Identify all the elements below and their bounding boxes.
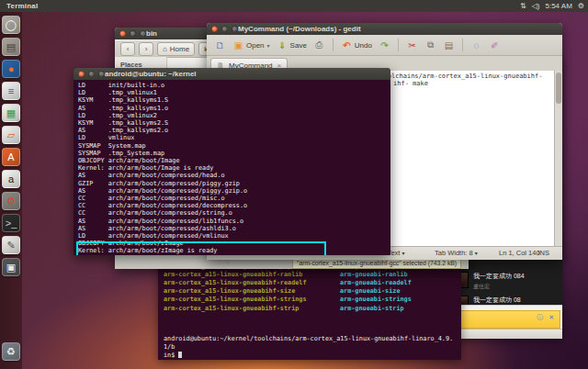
terminal-output[interactable]: LD init/built-in.oLD .tmp_vmlinux1KSYM .… — [74, 80, 390, 255]
text-cursor — [178, 352, 182, 358]
terminal-icon[interactable]: >_ — [2, 214, 20, 232]
maximize-button[interactable] — [98, 71, 105, 77]
open-button[interactable]: ▣ Open ▾ — [232, 39, 270, 51]
terminal-line: arm-cortex_a15-linux-gnueabihf-striparm-… — [158, 305, 461, 313]
files-icon[interactable]: ▤ — [2, 38, 20, 56]
gedit-toolbar: 🗋 ▣ Open ▾ ⇓ Save ⎙ ↶ Undo ↷ ✂ ⧉ ▤ ◌ ✐ — [207, 35, 562, 56]
terminal-line: LD arch/arm/boot/compressed/vmlinux — [74, 232, 390, 240]
terminal-line: arm-cortex_a15-linux-gnueabihf-sizearm-g… — [158, 287, 461, 296]
maximize-button[interactable] — [140, 30, 146, 37]
session-gear-icon[interactable]: ⚙ — [578, 2, 584, 10]
firefox-icon[interactable]: ● — [2, 60, 20, 78]
window-title: android@ubuntu: ~/kernel — [105, 70, 197, 78]
terminal-line: CC arch/arm/boot/compressed/string.o — [74, 209, 390, 217]
terminal-line: AS .tmp_kallsyms1.o — [74, 105, 390, 112]
text-line-fragment: ihf- make — [393, 80, 428, 87]
back-button[interactable]: ‹ — [120, 42, 135, 56]
terminal-line: AS arch/arm/boot/compressed/ashldi3.o — [74, 225, 390, 232]
open-folder-icon: ▣ — [232, 39, 244, 51]
paste-icon[interactable]: ▤ — [443, 39, 455, 51]
gedit-titlebar[interactable]: MyCommand (~/Downloads) - gedit — [207, 23, 562, 35]
ad-info-icon[interactable]: ⓘ — [537, 314, 545, 320]
cut-icon[interactable]: ✂ — [406, 39, 418, 51]
close-button[interactable] — [211, 26, 218, 32]
terminal-line: LD .tmp_vmlinux2 — [74, 112, 390, 119]
copy-icon[interactable]: ⧉ — [424, 39, 436, 51]
minimize-button[interactable] — [88, 71, 95, 77]
trash-icon[interactable]: ♻ — [2, 342, 20, 361]
scrollbar[interactable] — [554, 71, 562, 247]
terminal-line: SYSMAP System.map — [74, 142, 390, 150]
top-panel: Terminal ⇅ ◁) 5:54 AM ⚙ — [0, 0, 588, 12]
terminal-line: CC arch/arm/boot/compressed/misc.o — [74, 195, 390, 202]
dash-home-icon[interactable]: ◯ — [2, 16, 20, 34]
terminal-line: KSYM .tmp_kallsyms2.S — [74, 119, 390, 127]
libreoffice-impress-icon[interactable]: ▱ — [2, 126, 20, 144]
terminal-line: OBJCOPY arch/arm/boot/Image — [74, 157, 390, 164]
maximize-button[interactable] — [232, 26, 238, 32]
unity-launcher: ◯▤●≡▦▱Aa⚙>_✎▣♻ — [0, 12, 22, 369]
video-title[interactable]: 我一定要成功 084 — [473, 272, 525, 281]
window-title: MyCommand (~/Downloads) - gedit — [238, 25, 361, 33]
software-center-icon[interactable]: A — [2, 148, 20, 166]
terminal-line: AS .tmp_kallsyms2.o — [74, 127, 390, 134]
terminal-prompt[interactable]: android@ubuntu:~/kernel/toolchains/arm-c… — [164, 335, 458, 360]
playlist-item[interactable]: 我一定要成功 084 盧佳宏 — [456, 272, 525, 291]
libreoffice-writer-icon[interactable]: ≡ — [2, 82, 20, 100]
terminal-line: AS arch/arm/boot/compressed/lib1funcs.o — [74, 218, 390, 225]
terminal-line: CC arch/arm/boot/compressed/decompress.o — [74, 202, 390, 209]
terminal-line: AS arch/arm/boot/compressed/head.o — [74, 172, 390, 179]
insert-mode: INS — [537, 249, 549, 257]
search-icon[interactable]: ◌ — [470, 39, 482, 51]
tab-width-selector[interactable]: Tab Width: 8 ▾ — [435, 249, 478, 257]
save-button[interactable]: ⇓ Save — [277, 39, 307, 51]
terminal-line: Kernel: arch/arm/boot/Image is ready — [74, 164, 390, 172]
window-title: bin — [146, 29, 157, 38]
clock[interactable]: 5:54 AM — [545, 2, 571, 10]
undo-icon: ↶ — [341, 39, 353, 51]
gedit-icon[interactable]: ✎ — [2, 236, 20, 254]
focused-app-title: Terminal — [6, 2, 38, 10]
video-title[interactable]: 我一定要成功 08 — [473, 296, 521, 305]
terminal-line: KSYM .tmp_kallsyms1.S — [74, 96, 390, 104]
network-arrows-icon[interactable]: ⇅ — [520, 2, 526, 10]
breadcrumb-home[interactable]: ⌂ Home — [157, 42, 195, 56]
terminal-titlebar[interactable]: android@ubuntu: ~/kernel — [74, 68, 390, 80]
new-document-icon[interactable]: 🗋 — [214, 39, 226, 51]
close-button[interactable] — [119, 30, 126, 37]
amazon-icon[interactable]: a — [2, 170, 20, 188]
disk-icon[interactable]: ▣ — [2, 258, 20, 276]
terminal-line: GZIP arch/arm/boot/compressed/piggy.gzip — [74, 180, 390, 187]
forward-button[interactable]: › — [139, 42, 153, 56]
terminal-line: SYSMAP .tmp_System.map — [74, 150, 390, 157]
minimize-button[interactable] — [221, 26, 228, 32]
video-subtitle: 盧佳宏 — [473, 283, 525, 291]
sound-icon[interactable]: ◁) — [532, 2, 540, 10]
minimize-button[interactable] — [130, 30, 136, 37]
terminal-line: arm-cortex_a15-linux-gnueabihf-stringsar… — [158, 296, 461, 304]
chevron-down-icon: ▾ — [267, 42, 270, 49]
replace-icon[interactable]: ✐ — [489, 39, 501, 51]
libreoffice-calc-icon[interactable]: ▦ — [2, 104, 20, 122]
highlight-annotation-box — [76, 241, 326, 255]
kernel-terminal-window: android@ubuntu: ~/kernel LD init/built-i… — [74, 68, 390, 255]
ad-close-icon[interactable]: ✕ — [548, 314, 556, 320]
terminal-line: LD vmlinux — [74, 134, 390, 141]
terminal-line: arm-cortex_a15-linux-gnueabihf-ranlibarm… — [158, 271, 461, 279]
playlist-item[interactable]: 我一定要成功 08 — [456, 296, 521, 305]
print-icon[interactable]: ⎙ — [313, 39, 325, 51]
terminal-line: AS arch/arm/boot/compressed/piggy.gzip.o — [74, 187, 390, 195]
terminal-line: LD init/built-in.o — [74, 82, 390, 89]
cursor-position: Ln 1, Col 140 — [499, 249, 540, 257]
system-settings-icon[interactable]: ⚙ — [2, 192, 20, 210]
undo-button[interactable]: ↶ Undo — [341, 39, 372, 51]
save-icon: ⇓ — [277, 39, 288, 51]
close-button[interactable] — [78, 71, 85, 77]
terminal-line: LD .tmp_vmlinux1 — [74, 89, 390, 96]
redo-icon[interactable]: ↷ — [379, 39, 390, 51]
home-icon: ⌂ — [163, 45, 167, 53]
terminal-line: arm-cortex_a15-linux-gnueabihf-readelfar… — [158, 279, 461, 287]
